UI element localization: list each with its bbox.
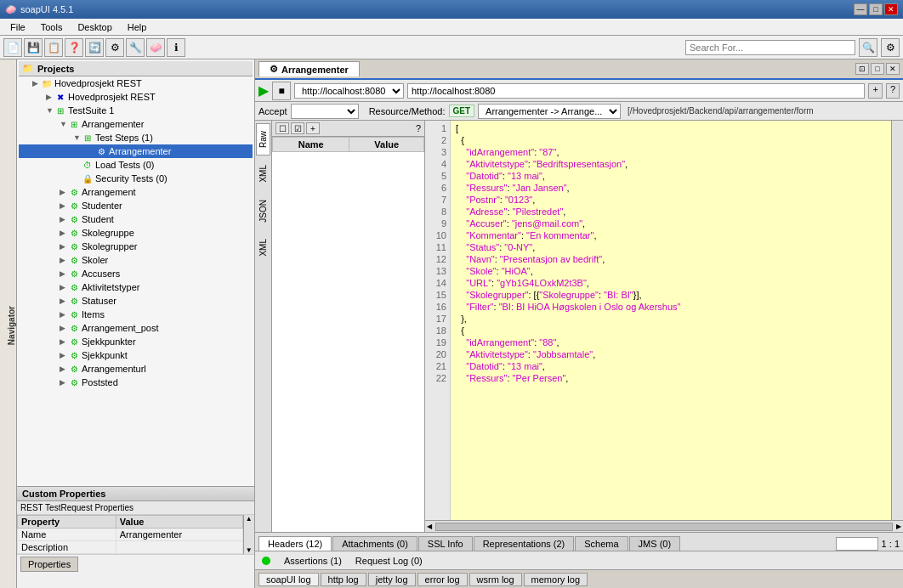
tree-item-statuser[interactable]: ▶ ⚙ Statuser: [19, 294, 253, 308]
req-add-btn[interactable]: ☐: [275, 122, 289, 134]
help-button[interactable]: ❓: [65, 38, 83, 57]
search-icon[interactable]: 🔍: [859, 38, 877, 57]
tab-html[interactable]: XML: [256, 157, 270, 190]
tree-item-testsuite1[interactable]: ▼ ⊞ TestSuite 1: [19, 104, 253, 117]
tab-icon: ⚙: [270, 64, 278, 75]
tab-close-button[interactable]: ✕: [886, 63, 900, 75]
log-tab-jetty[interactable]: jetty log: [368, 573, 416, 586]
req-help-btn[interactable]: ?: [416, 123, 421, 133]
tab-ssl-info[interactable]: SSL Info: [418, 536, 473, 551]
prop-name-cell: Description: [18, 541, 116, 554]
scroll-thumb[interactable]: [435, 523, 893, 531]
tab-jms[interactable]: JMS (0): [629, 536, 681, 551]
log-tab-error[interactable]: error log: [417, 573, 468, 586]
tree-item-label: Arrangement: [82, 187, 253, 197]
tree-item-arrangementurl[interactable]: ▶ ⚙ Arrangementurl: [19, 362, 253, 376]
help-button[interactable]: ?: [886, 83, 900, 99]
req-remove-btn[interactable]: ☑: [291, 122, 304, 134]
log-tab-memory[interactable]: memory log: [524, 573, 588, 586]
tab-representations[interactable]: Representations (2): [474, 536, 575, 551]
tree-item-student[interactable]: ▶ ⚙ Student: [19, 212, 253, 226]
suite-icon: ⊞: [54, 105, 66, 116]
copy-button[interactable]: 📋: [44, 38, 63, 57]
position-input[interactable]: [836, 537, 878, 551]
tree-item-skolegruppe[interactable]: ▶ ⚙ Skolegruppe: [19, 226, 253, 240]
maximize-button[interactable]: □: [869, 3, 883, 15]
accept-select[interactable]: [291, 104, 359, 119]
info-button[interactable]: ℹ: [167, 38, 185, 57]
scroll-right-btn[interactable]: ▶: [894, 521, 903, 532]
tab-headers[interactable]: Headers (12): [258, 536, 332, 551]
soapui-button[interactable]: 🧼: [146, 38, 165, 57]
tree-item-skolegrupper[interactable]: ▶ ⚙ Skolegrupper: [19, 240, 253, 253]
tree-item-aktivitetstyper[interactable]: ▶ ⚙ Aktivitetstyper: [19, 280, 253, 294]
menu-desktop[interactable]: Desktop: [71, 20, 118, 34]
menu-help[interactable]: Help: [121, 20, 154, 34]
tree-item-label: Skolegrupper: [82, 241, 253, 252]
assert-indicator: [262, 557, 270, 565]
method-badge: GET: [449, 105, 475, 117]
url-input[interactable]: [407, 83, 865, 99]
request-log-label[interactable]: Request Log (0): [355, 556, 423, 566]
right-panel: ⚙ Arrangementer ⊡ □ ✕ ▶ ■ http://localho…: [255, 59, 903, 588]
add-button[interactable]: +: [868, 83, 882, 99]
close-button[interactable]: ✕: [884, 3, 898, 15]
log-tab-wsrm[interactable]: wsrm log: [469, 573, 522, 586]
tree-item-arrangement[interactable]: ▶ ⚙ Arrangement: [19, 185, 253, 199]
tree-item-sjekkpunkt[interactable]: ▶ ⚙ Sjekkpunkt: [19, 348, 253, 362]
new-project-button[interactable]: 📄: [3, 38, 22, 57]
tab-arrangementer[interactable]: ⚙ Arrangementer: [258, 61, 360, 76]
tree-item-loadtests[interactable]: ⏱ Load Tests (0): [19, 158, 253, 172]
scroll-up-btn[interactable]: ▲: [246, 515, 253, 523]
tree-item-studenter[interactable]: ▶ ⚙ Studenter: [19, 199, 253, 212]
method-select[interactable]: Arrangementer -> Arrange...: [478, 104, 621, 119]
json-hscrollbar[interactable]: ◀ ▶: [425, 520, 903, 532]
scroll-down-btn[interactable]: ▼: [246, 546, 253, 554]
tree-item-arrangementer-step[interactable]: ⚙ Arrangementer: [19, 144, 253, 158]
menu-tools[interactable]: Tools: [34, 20, 70, 34]
tab-attachments[interactable]: Attachments (0): [332, 536, 417, 551]
tree-item-accusers[interactable]: ▶ ⚙ Accusers: [19, 267, 253, 280]
tab-raw[interactable]: Raw: [256, 123, 270, 155]
tree-item-items[interactable]: ▶ ⚙ Items: [19, 308, 253, 321]
tree-item-teststeps[interactable]: ▼ ⊞ Test Steps (1): [19, 131, 253, 144]
tree-item-securitytests[interactable]: 🔒 Security Tests (0): [19, 172, 253, 185]
assertions-label[interactable]: Assertions (1): [284, 556, 342, 566]
minimize-button[interactable]: —: [854, 3, 867, 15]
json-vscrollbar[interactable]: [891, 121, 903, 520]
save-button[interactable]: 💾: [24, 38, 43, 57]
req-panel-header: ☐ ☑ + ?: [272, 121, 424, 137]
tab-restore-button[interactable]: ⊡: [855, 63, 869, 75]
menu-file[interactable]: File: [3, 20, 32, 34]
url-dropdown[interactable]: http://localhost:8080: [294, 83, 404, 99]
tree-item-hoofdprosjekt-root[interactable]: ▶ 📁 Hovedprosjekt REST: [19, 76, 253, 90]
props-scrollbar[interactable]: ▲ ▼: [243, 515, 254, 554]
properties-button[interactable]: Properties: [20, 557, 78, 572]
tree-item-sjekkpunkter[interactable]: ▶ ⚙ Sjekkpunkter: [19, 335, 253, 348]
expand-icon: ▼: [60, 120, 68, 128]
tree-item-poststed[interactable]: ▶ ⚙ Poststed: [19, 376, 253, 389]
tools-button[interactable]: 🔧: [126, 38, 145, 57]
tab-xml[interactable]: XML: [256, 231, 270, 264]
log-tab-soapui[interactable]: soapUI log: [258, 573, 319, 586]
run-button[interactable]: ▶: [258, 82, 269, 99]
tab-json[interactable]: JSON: [256, 192, 270, 230]
prop-value-cell[interactable]: [116, 541, 242, 554]
tree-item-arrangement_post[interactable]: ▶ ⚙ Arrangement_post: [19, 321, 253, 335]
search-settings-button[interactable]: ⚙: [881, 38, 900, 57]
search-input[interactable]: [685, 40, 855, 55]
tab-maximize-button[interactable]: □: [871, 63, 884, 75]
tree-item-skoler[interactable]: ▶ ⚙ Skoler: [19, 253, 253, 267]
tree-item-hoofdprosjekt-rest[interactable]: ▶ ✖ Hovedprosjekt REST: [19, 90, 253, 104]
prop-value-cell[interactable]: Arrangementer: [116, 529, 242, 541]
scroll-left-btn[interactable]: ◀: [425, 521, 434, 532]
settings-button[interactable]: ⚙: [105, 38, 124, 57]
tree-item-arrangementer-suite[interactable]: ▼ ⊞ Arrangementer: [19, 117, 253, 131]
tab-schema[interactable]: Schema: [575, 536, 628, 551]
refresh-button[interactable]: 🔄: [85, 38, 104, 57]
log-tab-http[interactable]: http log: [321, 573, 366, 586]
name-col-header: Name: [273, 138, 349, 152]
stop-button[interactable]: ■: [272, 82, 291, 100]
json-text: [ { "idArrangement": "87", "Aktivitetsty…: [451, 121, 891, 520]
req-refresh-btn[interactable]: +: [306, 122, 320, 134]
